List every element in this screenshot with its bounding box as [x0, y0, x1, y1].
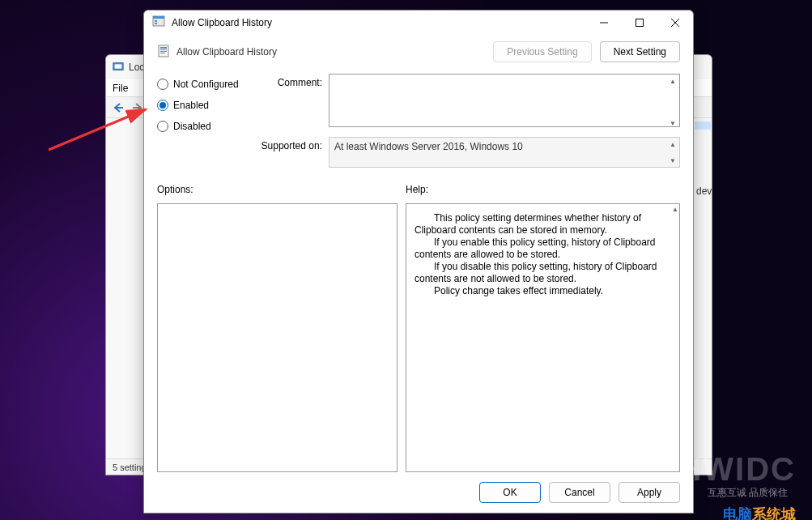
- help-paragraph-3: If you disable this policy setting, hist…: [415, 261, 671, 285]
- policy-nav: Previous Setting Next Setting: [493, 41, 680, 62]
- help-label: Help:: [406, 184, 680, 195]
- policy-dialog: Allow Clipboard History Allow Clipboard …: [143, 10, 694, 514]
- options-label: Options:: [157, 184, 397, 195]
- comment-row: Comment: ▲ ▼: [261, 74, 680, 130]
- help-section: Help: ▲ This policy setting determines w…: [406, 184, 680, 472]
- minimize-button[interactable]: [586, 11, 622, 35]
- svg-rect-1: [115, 64, 122, 68]
- supported-row: Supported on: At least Windows Server 20…: [261, 137, 680, 168]
- radio-disabled[interactable]: Disabled: [157, 121, 261, 132]
- help-box: This policy setting determines whether h…: [406, 203, 680, 472]
- nav-back-icon[interactable]: [111, 100, 125, 115]
- state-radio-group: Not Configured Enabled Disabled: [157, 74, 261, 174]
- scroll-up-icon: ▲: [666, 138, 679, 151]
- scroll-down-icon: ▼: [666, 117, 679, 130]
- dialog-button-row: OK Cancel Apply: [157, 472, 680, 513]
- scroll-up-icon[interactable]: ▲: [670, 203, 681, 215]
- status-text: 5 setting: [113, 462, 147, 472]
- supported-label: Supported on:: [261, 137, 329, 168]
- dialog-title-icon: [152, 15, 172, 31]
- cancel-button[interactable]: Cancel: [549, 482, 610, 503]
- help-paragraph-1: This policy setting determines whether h…: [415, 212, 671, 237]
- dialog-titlebar[interactable]: Allow Clipboard History: [144, 11, 693, 35]
- sections-row: Options: Help: ▲ This policy setting det…: [157, 184, 680, 472]
- back-window-icon: [113, 61, 129, 75]
- comment-scrollbar[interactable]: ▲ ▼: [666, 75, 679, 130]
- supported-scrollbar[interactable]: ▲ ▼: [666, 138, 679, 167]
- comment-label: Comment:: [261, 74, 329, 130]
- policy-name-text: Allow Clipboard History: [176, 46, 277, 58]
- supported-value: At least Windows Server 2016, Windows 10: [329, 137, 680, 168]
- policy-name-row: Allow Clipboard History: [157, 45, 277, 60]
- close-button[interactable]: [657, 11, 693, 35]
- dialog-title: Allow Clipboard History: [172, 17, 586, 28]
- help-paragraph-4: Policy change takes effect immediately.: [415, 285, 671, 297]
- scroll-up-icon: ▲: [666, 75, 679, 87]
- scroll-down-icon: ▼: [666, 154, 679, 167]
- radio-enabled[interactable]: Enabled: [157, 100, 261, 111]
- svg-rect-7: [636, 19, 644, 27]
- svg-rect-13: [160, 51, 167, 52]
- radio-enabled-label: Enabled: [173, 100, 209, 111]
- watermark-brand-b: 系统城: [752, 506, 796, 520]
- fields-column: Comment: ▲ ▼ Supported on: At least Wind…: [261, 74, 680, 174]
- watermark-brand: 电脑系统城: [723, 505, 796, 520]
- config-row: Not Configured Enabled Disabled Comment:: [157, 70, 680, 177]
- dialog-body: Allow Clipboard History Previous Setting…: [144, 35, 693, 513]
- svg-rect-12: [160, 49, 167, 50]
- svg-rect-5: [155, 23, 157, 24]
- svg-rect-11: [160, 47, 167, 49]
- policy-icon: [157, 45, 170, 60]
- comment-input[interactable]: [329, 74, 680, 127]
- watermark-big: HWIDC: [678, 451, 796, 488]
- options-section: Options:: [157, 184, 397, 472]
- side-peek-text: dev: [696, 185, 712, 197]
- options-box: [157, 203, 397, 472]
- next-setting-button[interactable]: Next Setting: [600, 41, 680, 62]
- radio-dot-checked-icon: [157, 100, 168, 111]
- radio-dot-icon: [157, 79, 168, 90]
- window-controls: [586, 11, 693, 35]
- watermark-tagline: 互惠互诚 品质保住: [708, 486, 788, 500]
- previous-setting-button[interactable]: Previous Setting: [493, 41, 591, 62]
- side-highlight: [695, 121, 711, 130]
- maximize-button[interactable]: [622, 11, 657, 35]
- radio-not-configured-label: Not Configured: [173, 79, 239, 90]
- svg-rect-3: [153, 16, 164, 19]
- menu-file[interactable]: File: [113, 83, 128, 94]
- svg-rect-14: [160, 53, 165, 53]
- policy-header: Allow Clipboard History Previous Setting…: [157, 41, 680, 70]
- radio-disabled-label: Disabled: [173, 121, 211, 132]
- back-window-title: Loc: [129, 62, 144, 73]
- svg-rect-4: [155, 20, 157, 22]
- radio-not-configured[interactable]: Not Configured: [157, 79, 261, 90]
- radio-dot-icon: [157, 121, 168, 132]
- help-paragraph-2: If you enable this policy setting, histo…: [415, 237, 671, 261]
- watermark-brand-a: 电脑: [723, 506, 752, 520]
- ok-button[interactable]: OK: [479, 482, 541, 503]
- apply-button[interactable]: Apply: [619, 482, 680, 503]
